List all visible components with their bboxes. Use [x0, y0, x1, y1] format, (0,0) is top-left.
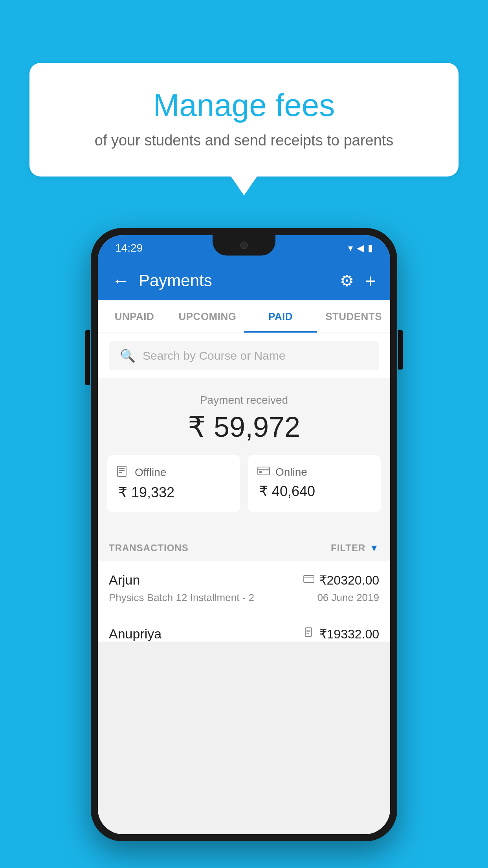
tabs-bar: UNPAID UPCOMING PAID STUDENTS	[98, 300, 390, 333]
transaction-1-amount: ₹20320.00	[319, 573, 379, 588]
payment-summary: Payment received ₹ 59,972	[98, 378, 390, 533]
transaction-1-name: Arjun	[109, 572, 140, 588]
filter-icon: ▼	[369, 542, 379, 554]
transaction-2-name: Anupriya	[109, 626, 161, 642]
camera	[240, 241, 248, 249]
transaction-1-method-icon	[303, 574, 314, 586]
tab-unpaid[interactable]: UNPAID	[98, 300, 171, 333]
online-label: Online	[275, 466, 307, 478]
svg-rect-9	[305, 628, 312, 636]
offline-card: Offline ₹ 19,332	[107, 455, 240, 512]
transaction-row-1[interactable]: Arjun ₹20320.00 Physics Batch 12	[98, 561, 390, 615]
filter-label: FILTER	[331, 542, 365, 554]
online-card-top: Online	[257, 465, 307, 479]
transaction-1-course: Physics Batch 12 Installment - 2	[109, 592, 254, 604]
tab-students[interactable]: STUDENTS	[317, 300, 390, 333]
search-box[interactable]: 🔍 Search by Course or Name	[109, 341, 379, 370]
speech-bubble: Manage fees of your students and send re…	[29, 63, 459, 177]
transaction-2-amount-row: ₹19332.00	[305, 627, 379, 642]
battery-icon: ▮	[368, 243, 373, 254]
wifi-icon: ▾	[348, 243, 353, 254]
phone-device: 14:29 ▾ ◀ ▮ ← Payments ⚙ + UNPAID	[91, 228, 397, 841]
transaction-row-2[interactable]: Anupriya ₹19332.00	[98, 615, 390, 642]
tab-paid[interactable]: PAID	[244, 300, 317, 333]
online-amount: ₹ 40,640	[257, 483, 315, 500]
settings-button[interactable]: ⚙	[340, 272, 354, 290]
transactions-label: TRANSACTIONS	[109, 542, 189, 554]
add-button[interactable]: +	[365, 270, 376, 292]
phone-screen: 14:29 ▾ ◀ ▮ ← Payments ⚙ + UNPAID	[98, 235, 390, 834]
transaction-1-bottom: Physics Batch 12 Installment - 2 06 June…	[109, 592, 379, 604]
transaction-2-top: Anupriya ₹19332.00	[109, 626, 379, 642]
phone-frame: 14:29 ▾ ◀ ▮ ← Payments ⚙ + UNPAID	[91, 228, 397, 841]
transaction-2-amount: ₹19332.00	[319, 627, 379, 642]
offline-amount: ₹ 19,332	[117, 484, 174, 501]
page-title: Payments	[139, 271, 340, 290]
app-header: ← Payments ⚙ +	[98, 261, 390, 300]
status-time: 14:29	[115, 242, 143, 254]
transaction-2-method-icon	[305, 627, 314, 640]
speech-bubble-subtitle: of your students and send receipts to pa…	[61, 132, 427, 149]
svg-rect-4	[258, 467, 270, 475]
payment-cards: Offline ₹ 19,332	[98, 455, 390, 521]
search-container: 🔍 Search by Course or Name	[98, 333, 390, 378]
offline-icon	[117, 465, 129, 480]
online-icon	[257, 465, 270, 479]
transaction-1-date: 06 June 2019	[317, 592, 379, 604]
speech-bubble-title: Manage fees	[61, 86, 427, 124]
payment-total: ₹ 59,972	[98, 410, 390, 443]
offline-label: Offline	[135, 466, 166, 479]
svg-rect-6	[259, 471, 262, 473]
back-button[interactable]: ←	[112, 271, 129, 291]
search-input[interactable]: Search by Course or Name	[143, 349, 286, 362]
online-card: Online ₹ 40,640	[248, 455, 381, 512]
payment-received-label: Payment received	[98, 394, 390, 406]
filter-button[interactable]: FILTER ▼	[331, 542, 379, 554]
svg-rect-0	[117, 466, 126, 476]
transaction-1-amount-row: ₹20320.00	[303, 573, 379, 588]
signal-icon: ◀	[357, 243, 364, 254]
transactions-header: TRANSACTIONS FILTER ▼	[98, 533, 390, 561]
offline-card-top: Offline	[117, 465, 166, 480]
tab-upcoming[interactable]: UPCOMING	[171, 300, 244, 333]
status-icons: ▾ ◀ ▮	[348, 243, 373, 254]
svg-rect-7	[304, 576, 314, 583]
transaction-1-top: Arjun ₹20320.00	[109, 572, 379, 588]
search-icon: 🔍	[120, 348, 136, 363]
phone-notch	[213, 235, 275, 256]
